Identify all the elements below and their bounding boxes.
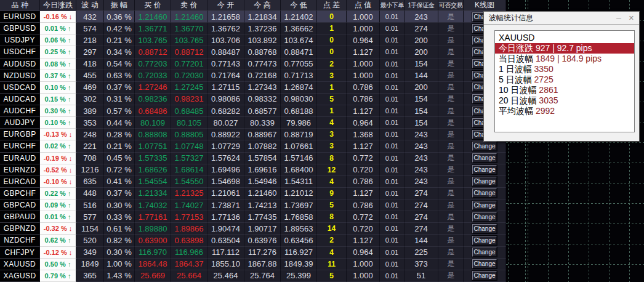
chart-change-button[interactable]: Change bbox=[472, 224, 497, 233]
cell-today-change: 0.15 % ↑ bbox=[40, 94, 76, 105]
stats-item[interactable]: 20 日波幅 3035 bbox=[495, 95, 634, 106]
cell-buy-price: 1.74032 bbox=[135, 199, 171, 211]
column-header-margin[interactable]: 1手保证金 bbox=[405, 0, 438, 11]
cell-pip-value: 0.772 bbox=[347, 211, 380, 223]
chart-change-button[interactable]: Change bbox=[472, 153, 497, 163]
table-row-CHFJPY[interactable]: CHFJPY-0.12 % ↓3490.30 %116.970116.96611… bbox=[0, 247, 506, 259]
chart-change-button[interactable]: Change bbox=[472, 188, 497, 198]
table-row-EURNZD[interactable]: EURNZD-0.52 % ↓12160.72 %1.686261.686141… bbox=[0, 164, 506, 176]
chart-change-button[interactable]: Change bbox=[472, 248, 497, 257]
column-header-tradable[interactable]: 可否交易 bbox=[438, 0, 464, 11]
table-row-EURCAD[interactable]: EURCAD-0.10 % ↓6350.41 %1.545541.545501.… bbox=[0, 176, 506, 188]
table-row-GBPCHF[interactable]: GBPCHF0.22 % ↑4480.37 %1.213341.213251.2… bbox=[0, 188, 506, 199]
column-header-spread[interactable]: 点 差 bbox=[317, 0, 347, 11]
close-icon[interactable]: ✕ bbox=[629, 15, 634, 22]
cell-today-change: 0.10 % ↑ bbox=[40, 117, 76, 129]
column-header-pip_value[interactable]: 点 值 bbox=[347, 0, 380, 11]
cell-low: 1.57146 bbox=[281, 153, 317, 164]
cell-margin: 51 bbox=[405, 270, 438, 282]
cell-margin: 243 bbox=[405, 129, 438, 140]
dialog-titlebar[interactable]: 波幅统计信息 ─ ✕ bbox=[484, 12, 639, 25]
table-row-XAUUSD[interactable]: XAUUSD0.50 % ↑18491.00 %1864.481864.3718… bbox=[0, 259, 506, 270]
cell-volatility: 1849 bbox=[76, 259, 104, 270]
table-row-AUDUSD[interactable]: AUDUSD0.08 % ↑4180.54 %0.772030.772010.7… bbox=[0, 58, 506, 70]
cell-volatility: 455 bbox=[76, 70, 104, 82]
column-header-chart[interactable]: K线图 bbox=[464, 0, 506, 11]
cell-symbol: EURUSD bbox=[0, 11, 40, 23]
cell-buy-price: 25.669 bbox=[135, 270, 171, 282]
chart-change-button[interactable]: Change bbox=[472, 236, 497, 245]
cell-high: 0.72168 bbox=[244, 70, 281, 82]
column-header-low[interactable]: 今 低 bbox=[281, 0, 317, 11]
table-row-NZDCHF[interactable]: NZDCHF0.62 % ↑5200.82 %0.639000.638980.6… bbox=[0, 235, 506, 246]
cell-tradable: 是 bbox=[438, 129, 464, 140]
cell-amplitude: 0.30 % bbox=[104, 199, 135, 211]
table-row-AUDCAD[interactable]: AUDCAD0.15 % ↑3020.31 %0.982360.982310.9… bbox=[0, 94, 506, 105]
cell-kline-chart: Change bbox=[464, 153, 506, 164]
cell-symbol: EURNZD bbox=[0, 164, 40, 176]
cell-sell-price: 1.21325 bbox=[171, 188, 207, 199]
chart-change-button[interactable]: Change bbox=[472, 201, 497, 210]
stats-item[interactable]: XAUUSD bbox=[495, 33, 634, 43]
cell-volatility: 708 bbox=[76, 153, 104, 164]
cell-today-change: 0.08 % ↑ bbox=[40, 58, 76, 70]
cell-tradable: 是 bbox=[438, 188, 464, 199]
stats-item[interactable]: 平均波幅 2992 bbox=[495, 106, 634, 116]
column-header-symbol[interactable]: 品 种 bbox=[0, 0, 40, 11]
cell-sell-price: 1864.37 bbox=[171, 259, 207, 270]
table-row-GBPAUD[interactable]: GBPAUD0.01 % ↑5770.33 %1.771611.771531.7… bbox=[0, 211, 506, 223]
cell-min-lot: 0.01 bbox=[380, 270, 405, 282]
cell-symbol: USDCHF bbox=[0, 46, 40, 58]
column-header-open[interactable]: 今 开 bbox=[207, 0, 244, 11]
table-row-NZDUSD[interactable]: NZDUSD0.37 % ↑4550.63 %0.720330.720300.7… bbox=[0, 70, 506, 82]
cell-sell-price: 1.07748 bbox=[171, 140, 207, 152]
cell-today-change: -0.32 % ↓ bbox=[40, 223, 76, 235]
minimize-icon[interactable]: ─ bbox=[616, 15, 621, 22]
table-row-USDCAD[interactable]: USDCAD0.10 % ↑4690.37 %1.272461.272451.2… bbox=[0, 82, 506, 94]
cell-pip-value: 0.964 bbox=[347, 34, 380, 46]
cell-today-change: -0.12 % ↓ bbox=[40, 247, 76, 259]
table-row-USDCHF[interactable]: USDCHF0.25 % ↑2970.34 %0.887120.887120.8… bbox=[0, 46, 506, 58]
column-header-high[interactable]: 今 高 bbox=[244, 0, 281, 11]
chart-change-button[interactable]: Change bbox=[472, 165, 497, 174]
column-header-change[interactable]: 今日涨跌 bbox=[40, 0, 76, 11]
table-row-USDJPY[interactable]: USDJPY0.06 % ↑2180.21 %103.765103.765103… bbox=[0, 34, 506, 46]
stats-item[interactable]: 当日波幅 1849 | 184.9 pips bbox=[495, 54, 634, 64]
column-header-amplitude[interactable]: 振 幅 bbox=[104, 0, 135, 11]
column-header-buy[interactable]: 买 价 bbox=[135, 0, 171, 11]
cell-sell-price: 80.105 bbox=[171, 117, 207, 129]
chart-change-button[interactable]: Change bbox=[472, 259, 497, 268]
column-header-min_lot[interactable]: 最小下单 bbox=[380, 0, 405, 11]
table-row-GBPUSD[interactable]: GBPUSD0.01 % ↑5740.42 %1.367711.367701.3… bbox=[0, 23, 506, 34]
cell-symbol: GBPNZD bbox=[0, 223, 40, 235]
cell-volatility: 635 bbox=[76, 176, 104, 188]
chart-change-button[interactable]: Change bbox=[472, 142, 497, 151]
stats-item[interactable]: 今日涨跌 927 | 92.7 pips bbox=[495, 43, 634, 54]
table-row-EURCHF[interactable]: EURCHF0.02 % ↑2210.21 %1.077511.077481.0… bbox=[0, 140, 506, 152]
cell-open: 0.98086 bbox=[207, 94, 244, 105]
table-row-XAGUSD[interactable]: XAGUSD0.79 % ↑3651.43 %25.66925.66425.46… bbox=[0, 270, 506, 282]
cell-min-lot: 0.01 bbox=[380, 247, 405, 259]
table-row-GBPNZD[interactable]: GBPNZD-0.32 % ↓11540.61 %1.898801.898661… bbox=[0, 223, 506, 235]
column-header-sell[interactable]: 卖 价 bbox=[171, 0, 207, 11]
cell-open: 0.88922 bbox=[207, 129, 244, 140]
cell-symbol: USDJPY bbox=[0, 34, 40, 46]
table-row-GBPCAD[interactable]: GBPCAD0.09 % ↑5160.30 %1.740321.740271.7… bbox=[0, 199, 506, 211]
table-row-EURGBP[interactable]: EURGBP-0.13 % ↓2480.28 %0.888080.888050.… bbox=[0, 129, 506, 140]
cell-margin: 225 bbox=[405, 247, 438, 259]
chart-change-button[interactable]: Change bbox=[472, 177, 497, 186]
cell-symbol: EURCHF bbox=[0, 140, 40, 152]
cell-kline-chart: Change bbox=[464, 259, 506, 270]
stats-item[interactable]: 5 日波幅 2725 bbox=[495, 75, 634, 85]
stats-item[interactable]: 10 日波幅 2861 bbox=[495, 85, 634, 95]
chart-change-button[interactable]: Change bbox=[472, 271, 497, 280]
stats-item[interactable]: 1 日波幅 3350 bbox=[495, 64, 634, 75]
column-header-volatility[interactable]: 波 动 bbox=[76, 0, 104, 11]
table-row-AUDCHF[interactable]: AUDCHF0.30 % ↑3890.57 %0.684860.684850.6… bbox=[0, 105, 506, 117]
table-row-EURUSD[interactable]: EURUSD-0.16 % ↓4320.36 %1.214601.214601.… bbox=[0, 11, 506, 23]
cell-open: 1.21061 bbox=[207, 188, 244, 199]
volatility-stats-list[interactable]: XAUUSD今日涨跌 927 | 92.7 pips当日波幅 1849 | 18… bbox=[494, 30, 635, 132]
table-row-AUDJPY[interactable]: AUDJPY0.10 % ↑3530.44 %80.10980.10580.02… bbox=[0, 117, 506, 129]
table-row-EURAUD[interactable]: EURAUD-0.19 % ↓7080.45 %1.573351.573271.… bbox=[0, 153, 506, 164]
chart-change-button[interactable]: Change bbox=[472, 212, 497, 222]
